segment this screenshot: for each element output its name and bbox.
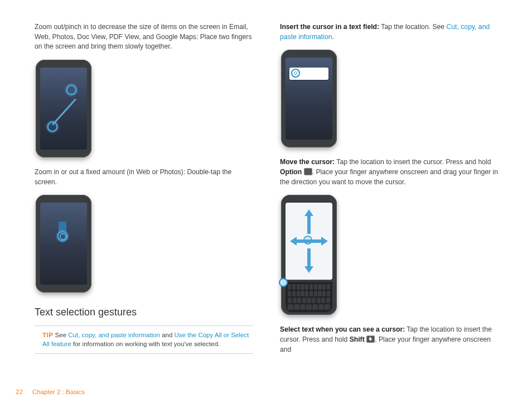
page-number: 22 bbox=[16, 389, 23, 395]
move-cursor-paragraph: Move the cursor: Tap the location to ins… bbox=[280, 157, 499, 187]
zoom-out-paragraph: Zoom out/pinch in to decrease the size o… bbox=[35, 22, 253, 52]
insert-cursor-bold: Insert the cursor in a text field: bbox=[280, 23, 379, 31]
option-key-icon bbox=[304, 168, 312, 175]
select-text-paragraph: Select text when you can see a cursor: T… bbox=[280, 325, 499, 354]
phone-move-cursor-illustration bbox=[281, 195, 337, 315]
page-footer: 22 Chapter 2 : Basics bbox=[16, 389, 85, 395]
phone-keyboard bbox=[286, 282, 332, 312]
right-column: Insert the cursor in a text field: Tap t… bbox=[280, 22, 499, 363]
chapter-label: Chapter 2 : Basics bbox=[32, 389, 85, 395]
shift-key-label: Shift bbox=[350, 336, 365, 343]
tip-text-post: for information on working with text you… bbox=[71, 341, 220, 347]
insert-cursor-paragraph: Insert the cursor in a text field: Tap t… bbox=[280, 22, 499, 42]
zoom-fixed-paragraph: Zoom in or out a fixed amount (in Web or… bbox=[35, 167, 253, 187]
tip-text-pre: See bbox=[55, 332, 69, 338]
tip-box: TIP See Cut, copy, and paste information… bbox=[35, 325, 253, 354]
phone-pinch-illustration bbox=[36, 60, 91, 157]
select-text-bold: Select text when you can see a cursor: bbox=[280, 325, 405, 333]
tip-link-1[interactable]: Cut, copy, and paste information bbox=[68, 332, 160, 338]
tip-label: TIP bbox=[42, 332, 53, 338]
tip-text-mid: and bbox=[160, 332, 175, 338]
left-column: Zoom out/pinch in to decrease the size o… bbox=[35, 22, 253, 363]
option-key-label: Option bbox=[280, 168, 302, 176]
section-heading: Text selection gestures bbox=[35, 305, 253, 319]
move-cursor-bold: Move the cursor: bbox=[280, 158, 335, 166]
phone-cursor-illustration bbox=[281, 50, 337, 147]
shift-key-icon bbox=[366, 336, 375, 343]
phone-doubletap-illustration bbox=[36, 195, 91, 293]
